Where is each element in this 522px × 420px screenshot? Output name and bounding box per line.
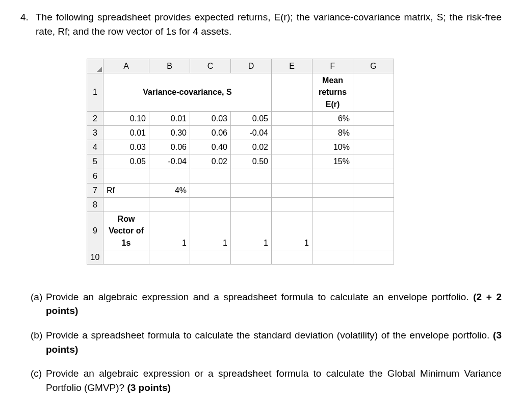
cell-d10 xyxy=(231,250,272,264)
cell-b4: 0.06 xyxy=(149,140,190,154)
cell-f2: 6% xyxy=(312,111,353,125)
table-row: 5 0.05 -0.04 0.02 0.50 15% xyxy=(87,154,394,169)
cell-e4 xyxy=(272,140,312,154)
cell-g9 xyxy=(353,212,394,250)
cell-c8 xyxy=(190,197,231,212)
sub-question-a: (a) Provide an algebraic expression and … xyxy=(31,290,502,318)
corner-cell xyxy=(87,59,103,73)
cell-e1 xyxy=(272,73,312,112)
cell-d4: 0.02 xyxy=(231,140,272,154)
table-row: 1 Variance-covariance, S Mean returns E(… xyxy=(87,73,394,112)
table-row: 8 xyxy=(87,197,394,212)
row-header-9: 9 xyxy=(87,212,103,250)
cell-f10 xyxy=(312,250,353,264)
cell-a9: Row Vector of 1s xyxy=(103,212,149,250)
points-c: (3 points) xyxy=(127,382,171,393)
cell-d5: 0.50 xyxy=(231,154,272,169)
cell-g4 xyxy=(353,140,394,154)
cell-c9: 1 xyxy=(190,212,231,250)
cell-e7 xyxy=(272,183,312,197)
sub-questions: (a) Provide an algebraic expression and … xyxy=(20,290,502,395)
row-vector-label-2: Vector of xyxy=(109,226,143,235)
cell-e6 xyxy=(272,169,312,183)
cell-b5: -0.04 xyxy=(149,154,190,169)
triangle-icon xyxy=(97,67,102,72)
cell-f9 xyxy=(312,212,353,250)
cell-f3: 8% xyxy=(312,126,353,140)
cell-f6 xyxy=(312,169,353,183)
row-vector-label-1: Row xyxy=(118,215,135,223)
cell-c4: 0.40 xyxy=(190,140,231,154)
sub-label-c: (c) xyxy=(31,366,46,381)
mean-returns-header: Mean returns E(r) xyxy=(312,73,353,112)
cell-b8 xyxy=(149,197,190,212)
sub-question-c: (c) Provide an algebraic expression or a… xyxy=(31,366,502,395)
cell-a5: 0.05 xyxy=(103,154,149,169)
cell-c3: 0.06 xyxy=(190,126,231,140)
col-header-d: D xyxy=(231,59,272,73)
column-header-row: A B C D E F G xyxy=(87,59,394,73)
cell-g5 xyxy=(353,154,394,169)
table-row: 9 Row Vector of 1s 1 1 1 1 xyxy=(87,212,394,250)
cell-d2: 0.05 xyxy=(231,111,272,125)
cell-a8 xyxy=(103,197,149,212)
row-header-2: 2 xyxy=(87,111,103,125)
sub-label-b: (b) xyxy=(31,328,46,343)
col-header-a: A xyxy=(103,59,149,73)
er-label: E(r) xyxy=(326,100,340,109)
cell-a6 xyxy=(103,169,149,183)
row-header-7: 7 xyxy=(87,183,103,197)
cell-b9: 1 xyxy=(149,212,190,250)
sub-question-b: (b) Provide a spreadsheet formula to cal… xyxy=(31,328,502,356)
cell-b7: 4% xyxy=(149,183,190,197)
col-header-b: B xyxy=(149,59,190,73)
cell-d6 xyxy=(231,169,272,183)
table-row: 2 0.10 0.01 0.03 0.05 6% xyxy=(87,111,394,125)
sub-text-a: Provide an algebraic expression and a sp… xyxy=(46,290,502,318)
cell-c10 xyxy=(190,250,231,264)
cell-a2: 0.10 xyxy=(103,111,149,125)
spreadsheet-container: A B C D E F G 1 Variance-covariance, S M… xyxy=(87,59,502,265)
spreadsheet-table: A B C D E F G 1 Variance-covariance, S M… xyxy=(87,59,394,265)
sub-text-b-body: Provide a spreadsheet formula to calcula… xyxy=(46,330,493,340)
col-header-g: G xyxy=(353,59,394,73)
cell-b3: 0.30 xyxy=(149,126,190,140)
variance-header: Variance-covariance, S xyxy=(103,73,272,112)
cell-f7 xyxy=(312,183,353,197)
sub-text-b: Provide a spreadsheet formula to calcula… xyxy=(46,328,502,356)
table-row: 4 0.03 0.06 0.40 0.02 10% xyxy=(87,140,394,154)
cell-g8 xyxy=(353,197,394,212)
row-vector-label-3: 1s xyxy=(122,239,131,247)
mean-label: Mean xyxy=(322,76,343,85)
cell-f8 xyxy=(312,197,353,212)
returns-label: returns xyxy=(319,88,347,96)
cell-b10 xyxy=(149,250,190,264)
table-row: 3 0.01 0.30 0.06 -0.04 8% xyxy=(87,126,394,140)
table-row: 10 xyxy=(87,250,394,264)
question-number: 4. xyxy=(20,10,33,24)
cell-a3: 0.01 xyxy=(103,126,149,140)
cell-e10 xyxy=(272,250,312,264)
row-header-4: 4 xyxy=(87,140,103,154)
col-header-c: C xyxy=(190,59,231,73)
col-header-f: F xyxy=(312,59,353,73)
cell-e9: 1 xyxy=(272,212,312,250)
cell-g6 xyxy=(353,169,394,183)
cell-f4: 10% xyxy=(312,140,353,154)
cell-e3 xyxy=(272,126,312,140)
cell-g3 xyxy=(353,126,394,140)
cell-d7 xyxy=(231,183,272,197)
row-header-5: 5 xyxy=(87,154,103,169)
sub-text-c-body: Provide an algebraic expression or a spr… xyxy=(46,368,502,393)
cell-f5: 15% xyxy=(312,154,353,169)
cell-g2 xyxy=(353,111,394,125)
cell-b2: 0.01 xyxy=(149,111,190,125)
cell-g1 xyxy=(353,73,394,112)
table-row: 7 Rf 4% xyxy=(87,183,394,197)
cell-c5: 0.02 xyxy=(190,154,231,169)
cell-c6 xyxy=(190,169,231,183)
row-header-10: 10 xyxy=(87,250,103,264)
cell-a4: 0.03 xyxy=(103,140,149,154)
question-header: 4. The following spreadsheet provides ex… xyxy=(20,10,502,38)
cell-a10 xyxy=(103,250,149,264)
